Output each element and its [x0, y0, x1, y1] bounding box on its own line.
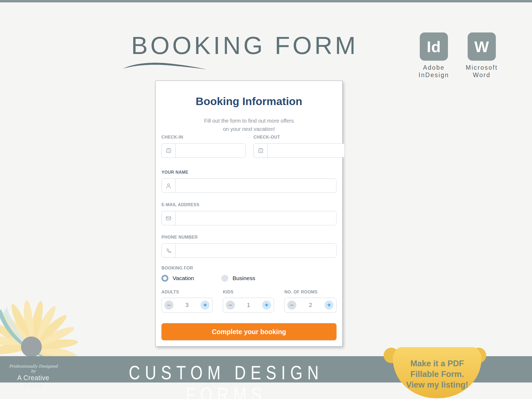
check-in-input[interactable]	[176, 144, 246, 157]
adults-stepper: − 3 +	[161, 298, 213, 313]
microsoft-word-label: Microsoft Word	[459, 64, 504, 79]
booking-for-label: BOOKING FOR	[161, 266, 336, 271]
page-title: BOOKING FORM	[0, 31, 489, 60]
top-accent-strip	[0, 0, 532, 2]
word-icon: W	[474, 38, 489, 56]
name-group: YOUR NAME	[161, 170, 336, 193]
listing-graphic: BOOKING FORM Id Adobe InDesign W Microso…	[0, 0, 532, 399]
check-out-input[interactable]	[268, 144, 344, 157]
phone-icon	[162, 244, 176, 257]
phone-fieldbox	[161, 243, 336, 258]
adobe-indesign-badge: Id	[420, 32, 448, 61]
check-out-group: CHECK-OUT	[253, 135, 345, 158]
check-out-fieldbox	[253, 143, 345, 158]
rooms-minus-button[interactable]: −	[287, 301, 296, 310]
credit-brand-name: A Creative Fields	[8, 374, 59, 389]
flower-logo	[0, 300, 80, 357]
form-subtitle-line2: on your next vacation!	[161, 125, 336, 133]
person-icon	[162, 179, 176, 193]
banner-title: CUSTOM DESIGN FORMS	[53, 362, 399, 399]
phone-label: PHONE NUMBER	[161, 235, 336, 240]
form-title: Booking Information	[161, 95, 336, 107]
name-label: YOUR NAME	[161, 170, 336, 175]
form-subtitle: Fill out the form to find out more offer…	[161, 117, 336, 133]
email-label: E-MAIL ADDRESS	[161, 202, 336, 207]
calendar-icon	[254, 144, 268, 157]
kids-minus-button[interactable]: −	[226, 301, 235, 310]
check-in-group: CHECK-IN	[161, 135, 246, 158]
rooms-plus-button[interactable]: +	[325, 301, 334, 310]
booking-for-group: BOOKING FOR Vacation Business	[161, 266, 336, 282]
promo-ribbon: Make it a PDF Fillable Form. View my lis…	[383, 347, 487, 399]
calendar-icon	[162, 144, 176, 157]
name-fieldbox	[161, 178, 336, 193]
radio-business-label[interactable]: Business	[232, 275, 255, 281]
credit-script-line: Professionally Designed by	[8, 364, 59, 373]
check-in-fieldbox	[161, 143, 246, 158]
adults-plus-button[interactable]: +	[201, 301, 210, 310]
envelope-icon	[162, 211, 176, 225]
name-input[interactable]	[176, 179, 336, 193]
kids-value: 1	[247, 302, 250, 309]
form-subtitle-line1: Fill out the form to find out more offer…	[161, 117, 336, 125]
complete-booking-button[interactable]: Complete your booking	[161, 323, 336, 340]
ribbon-line-2: Fillable Form.	[410, 369, 464, 380]
radio-vacation[interactable]	[161, 275, 168, 282]
adults-label: ADULTS	[161, 290, 213, 294]
check-out-label: CHECK-OUT	[253, 135, 345, 140]
kids-label: KIDS	[223, 290, 274, 294]
adults-counter: ADULTS − 3 +	[161, 290, 213, 313]
microsoft-word-badge: W	[468, 32, 496, 61]
adobe-indesign-label: Adobe InDesign	[411, 64, 456, 79]
phone-group: PHONE NUMBER	[161, 235, 336, 258]
kids-counter: KIDS − 1 +	[223, 290, 274, 313]
rooms-counter: NO. OF ROOMS − 2 +	[284, 290, 336, 313]
rooms-value: 2	[309, 302, 312, 309]
phone-input[interactable]	[176, 244, 336, 257]
adults-minus-button[interactable]: −	[164, 301, 173, 310]
ribbon-line-3: View my listing!	[406, 380, 468, 390]
kids-plus-button[interactable]: +	[262, 301, 271, 310]
check-in-label: CHECK-IN	[161, 135, 246, 140]
kids-stepper: − 1 +	[223, 298, 274, 313]
adults-value: 3	[185, 302, 189, 309]
radio-vacation-label[interactable]: Vacation	[173, 275, 194, 281]
ribbon-body: Make it a PDF Fillable Form. View my lis…	[393, 347, 481, 398]
email-fieldbox	[161, 211, 336, 225]
title-underline-swoosh	[122, 61, 207, 71]
rooms-label: NO. OF ROOMS	[284, 290, 336, 294]
email-input[interactable]	[176, 211, 336, 225]
indesign-icon: Id	[427, 38, 441, 56]
rooms-stepper: − 2 +	[284, 298, 336, 313]
radio-business[interactable]	[221, 275, 228, 282]
email-group: E-MAIL ADDRESS	[161, 202, 336, 225]
booking-form-card: Booking Information Fill out the form to…	[155, 81, 343, 347]
designer-credit: Professionally Designed by A Creative Fi…	[8, 364, 59, 389]
ribbon-line-1: Make it a PDF	[410, 358, 464, 369]
